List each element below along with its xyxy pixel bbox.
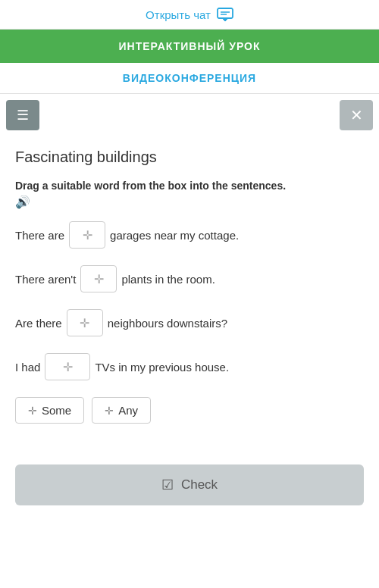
main-content: Fascinating buildings Drag a suitable wo… [0, 136, 379, 457]
sentence-after-1: garages near my cottage. [110, 229, 239, 242]
sentence-before-4: I had [15, 361, 40, 374]
menu-button[interactable]: ☰ [6, 100, 39, 130]
close-button[interactable]: ✕ [340, 100, 373, 130]
sentence-after-3: neighbours downstairs? [108, 317, 227, 330]
svg-rect-0 [218, 8, 233, 18]
drop-slot-4[interactable]: ✛ [45, 353, 90, 380]
sentence-after-4: TVs in my previous house. [95, 361, 229, 374]
open-chat-link[interactable]: Открыть чат [146, 8, 211, 21]
drag-icon-some: ✛ [28, 405, 37, 417]
sentence-row-1: There are ✛ garages near my cottage. [15, 221, 364, 249]
top-bar: Открыть чат [0, 0, 379, 30]
instruction-text: Drag a suitable word from the box into t… [15, 180, 364, 192]
drop-slot-2[interactable]: ✛ [80, 265, 117, 292]
word-bank: ✛ Some ✛ Any [15, 397, 364, 424]
word-chip-some[interactable]: ✛ Some [15, 397, 84, 424]
check-button[interactable]: ☑ Check [15, 464, 364, 505]
drag-icon-any: ✛ [105, 405, 114, 417]
move-icon-1: ✛ [83, 228, 92, 242]
sentence-before-2: There aren't [15, 273, 76, 286]
interactive-lesson-banner: ИНТЕРАКТИВНЫЙ УРОК [0, 30, 379, 63]
check-icon: ☑ [161, 477, 174, 493]
audio-icon[interactable]: 🔊 [15, 195, 364, 209]
word-chip-any[interactable]: ✛ Any [92, 397, 151, 424]
move-icon-4: ✛ [63, 360, 73, 374]
sentence-row-4: I had ✛ TVs in my previous house. [15, 353, 364, 380]
sentence-before-1: There are [15, 229, 64, 242]
check-button-label: Check [181, 477, 218, 493]
check-section: ☑ Check [0, 457, 379, 521]
sentence-row-2: There aren't ✛ plants in the room. [15, 265, 364, 292]
word-chip-some-label: Some [42, 404, 71, 417]
toolbar: ☰ ✕ [0, 94, 379, 136]
page-title: Fascinating buildings [15, 149, 364, 166]
chat-icon [217, 8, 233, 21]
sentence-before-3: Are there [15, 317, 62, 330]
sentence-after-2: plants in the room. [121, 273, 215, 286]
drop-slot-3[interactable]: ✛ [67, 309, 103, 336]
sentence-row-3: Are there ✛ neighbours downstairs? [15, 309, 364, 336]
video-conference-banner: ВИДЕОКОНФЕРЕНЦИЯ [0, 63, 379, 94]
move-icon-2: ✛ [94, 272, 104, 286]
drop-slot-1[interactable]: ✛ [69, 221, 105, 249]
move-icon-3: ✛ [80, 316, 89, 330]
word-chip-any-label: Any [118, 404, 138, 417]
